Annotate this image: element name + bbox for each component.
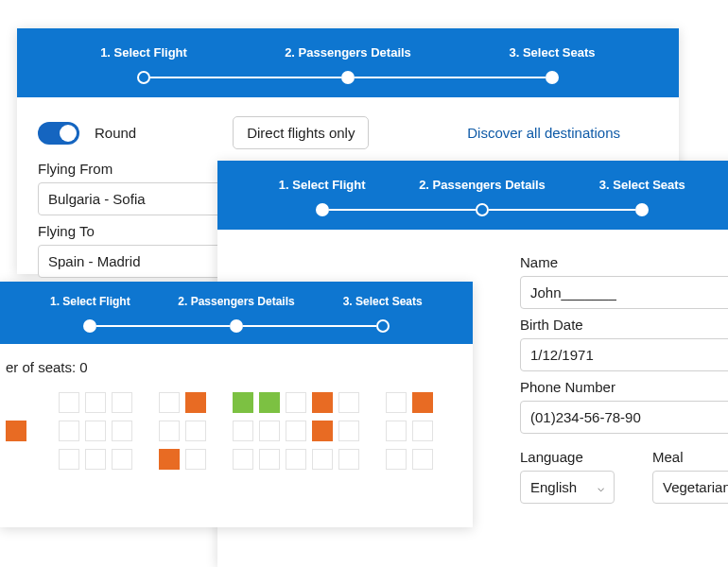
wizard-step-2[interactable]: 2. Passengers Details xyxy=(164,295,310,333)
seat-taken xyxy=(412,392,433,413)
wizard-step-3[interactable]: 3. Select Seats xyxy=(450,45,654,84)
phone-input[interactable]: (01)234-56-78-90 xyxy=(520,401,728,434)
seat-available[interactable] xyxy=(233,449,253,470)
step-dot xyxy=(230,319,243,333)
to-value: Spain - Madrid xyxy=(48,253,141,269)
birth-date-input[interactable]: 1/12/1971 xyxy=(520,338,728,371)
name-input[interactable]: John_______ xyxy=(520,276,728,309)
wizard-step-2[interactable]: 2. Passengers Details xyxy=(246,45,450,84)
seat-available[interactable] xyxy=(259,449,280,470)
seat-available[interactable] xyxy=(59,421,79,441)
step-dot xyxy=(316,203,329,216)
seat-selected[interactable] xyxy=(259,392,280,413)
birth-label: Birth Date xyxy=(520,317,728,333)
seat-available[interactable] xyxy=(412,421,433,441)
round-trip-label: Round xyxy=(95,125,136,141)
seat-available[interactable] xyxy=(233,421,253,441)
seat-available[interactable] xyxy=(85,449,106,470)
aisle-gap xyxy=(212,421,227,441)
language-label: Language xyxy=(520,449,615,465)
phone-label: Phone Number xyxy=(520,379,728,395)
seat-taken xyxy=(6,421,26,441)
seat-available[interactable] xyxy=(386,421,407,441)
wizard-step-label: 1. Select Flight xyxy=(50,295,130,308)
step-dot xyxy=(546,71,559,84)
step-dot xyxy=(83,319,96,333)
wizard-step-label: 2. Passengers Details xyxy=(285,45,411,60)
seat-taken xyxy=(185,392,206,413)
seat-available[interactable] xyxy=(338,421,359,441)
seat-available[interactable] xyxy=(112,421,132,441)
round-trip-toggle[interactable] xyxy=(38,122,79,145)
seat-available[interactable] xyxy=(338,449,359,470)
wizard-step-1[interactable]: 1. Select Flight xyxy=(17,295,164,333)
aisle-gap xyxy=(365,449,380,470)
seat-available[interactable] xyxy=(312,449,333,470)
chevron-down-icon: ⌵ xyxy=(598,481,604,494)
aisle-gap xyxy=(138,421,153,441)
aisle-gap xyxy=(212,392,227,413)
step-dot xyxy=(341,71,355,84)
seat-available[interactable] xyxy=(112,449,132,470)
seat-available[interactable] xyxy=(286,392,306,413)
seat-available[interactable] xyxy=(386,392,407,413)
wizard-step-3[interactable]: 3. Select Seats xyxy=(563,178,722,216)
seat-taken xyxy=(159,449,180,470)
wizard-step-label: 3. Select Seats xyxy=(509,45,595,60)
seat-row xyxy=(6,392,461,413)
aisle-gap xyxy=(138,392,153,413)
seat-available[interactable] xyxy=(386,449,407,470)
language-select[interactable]: English ⌵ xyxy=(520,471,615,504)
discover-destinations-link[interactable]: Discover all destinations xyxy=(467,125,658,141)
seat-available[interactable] xyxy=(59,449,79,470)
seat-row xyxy=(6,449,461,470)
meal-label: Meal xyxy=(652,449,728,465)
seat-available[interactable] xyxy=(59,392,79,413)
wizard-step-1[interactable]: 1. Select Flight xyxy=(242,178,402,216)
step-dot xyxy=(635,203,649,216)
seat-available[interactable] xyxy=(185,421,206,441)
seat-count-label: er of seats: 0 xyxy=(6,359,461,375)
seat-available[interactable] xyxy=(159,392,180,413)
seat-selected[interactable] xyxy=(233,392,253,413)
seat-available[interactable] xyxy=(286,449,306,470)
seat-taken xyxy=(312,392,333,413)
wizard-step-3[interactable]: 3. Select Seats xyxy=(309,295,456,333)
step-dot xyxy=(137,71,150,84)
wizard-step-label: 2. Passengers Details xyxy=(178,295,294,308)
wizard-step-2[interactable]: 2. Passengers Details xyxy=(402,178,562,216)
aisle-gap xyxy=(138,449,153,470)
seat-available[interactable] xyxy=(338,392,359,413)
aisle-gap xyxy=(365,421,380,441)
wizard-step-label: 3. Select Seats xyxy=(343,295,423,308)
wizard-header: 1. Select Flight 2. Passengers Details 3… xyxy=(217,161,728,230)
seat-available[interactable] xyxy=(185,449,206,470)
step-dot xyxy=(376,319,390,333)
seat-taken xyxy=(312,421,333,441)
wizard-step-label: 2. Passengers Details xyxy=(419,178,546,192)
wizard-header: 1. Select Flight 2. Passengers Details 3… xyxy=(17,28,679,97)
seat-available[interactable] xyxy=(85,421,106,441)
direct-flights-button[interactable]: Direct flights only xyxy=(233,116,369,149)
seat-available[interactable] xyxy=(286,421,306,441)
wizard-step-label: 1. Select Flight xyxy=(100,45,187,60)
meal-select[interactable]: Vegetarian xyxy=(652,471,728,504)
seat-available[interactable] xyxy=(85,392,106,413)
step-dot xyxy=(476,203,489,216)
panel-select-seats: 1. Select Flight 2. Passengers Details 3… xyxy=(0,282,473,527)
wizard-step-label: 1. Select Flight xyxy=(279,178,366,192)
aisle-gap xyxy=(212,449,227,470)
wizard-step-1[interactable]: 1. Select Flight xyxy=(42,45,246,84)
seat-grid xyxy=(6,392,461,470)
seat-available[interactable] xyxy=(412,449,433,470)
seat-available[interactable] xyxy=(112,392,132,413)
from-value: Bulgaria - Sofia xyxy=(48,191,146,207)
seat-available[interactable] xyxy=(259,421,280,441)
aisle-gap xyxy=(365,392,380,413)
seat-available[interactable] xyxy=(159,421,180,441)
wizard-header: 1. Select Flight 2. Passengers Details 3… xyxy=(0,282,473,344)
name-label: Name xyxy=(520,254,728,270)
seat-row xyxy=(6,421,461,441)
wizard-step-label: 3. Select Seats xyxy=(599,178,685,192)
